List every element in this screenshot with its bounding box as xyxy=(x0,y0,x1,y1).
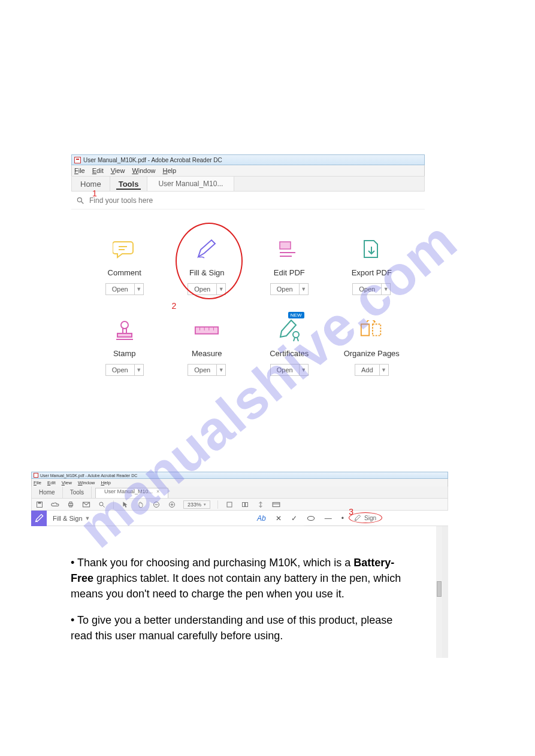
signature-icon xyxy=(353,515,362,522)
cursor-icon[interactable] xyxy=(121,500,129,509)
fit-width-icon[interactable] xyxy=(225,500,234,509)
svg-rect-35 xyxy=(246,502,248,506)
menu-view[interactable]: View xyxy=(62,480,72,485)
menu-help[interactable]: Help xyxy=(163,167,177,174)
open-button[interactable]: Open▼ xyxy=(270,283,309,295)
organize-pages-icon xyxy=(359,319,384,342)
x-mark-icon[interactable]: ✕ xyxy=(276,514,282,523)
svg-rect-11 xyxy=(195,327,218,333)
chevron-down-icon[interactable]: ▼ xyxy=(85,515,90,521)
check-mark-icon[interactable]: ✓ xyxy=(291,514,297,523)
scrollbar-thumb[interactable] xyxy=(437,581,442,597)
edit-pdf-icon xyxy=(277,238,302,261)
tool-measure[interactable]: Measure Open▼ xyxy=(166,308,249,389)
zoom-in-icon[interactable] xyxy=(168,500,176,509)
open-button[interactable]: Open▼ xyxy=(270,364,309,376)
close-tab-icon[interactable]: × xyxy=(156,488,159,494)
open-button[interactable]: Open▼ xyxy=(188,364,226,376)
svg-line-1 xyxy=(81,201,84,204)
open-button[interactable]: Open▼ xyxy=(105,364,144,376)
tab-document[interactable]: User Manual_M10... xyxy=(147,177,234,191)
export-pdf-icon xyxy=(359,238,384,261)
tool-export-pdf[interactable]: Export PDF Open▼ xyxy=(331,227,413,308)
zoom-out-icon[interactable] xyxy=(152,500,161,509)
svg-point-7 xyxy=(121,321,128,329)
tool-edit-pdf[interactable]: Edit PDF Open▼ xyxy=(248,227,331,308)
svg-rect-17 xyxy=(361,324,369,336)
svg-point-0 xyxy=(77,198,81,202)
pdf-icon xyxy=(74,157,81,163)
tab-row: Home Tools User Manual_M10... xyxy=(71,176,425,192)
document-content: • Thank you for choosing and purchasing … xyxy=(31,526,448,658)
circle-icon[interactable] xyxy=(307,515,315,521)
svg-rect-4 xyxy=(280,242,291,249)
tool-stamp[interactable]: Stamp Open▼ xyxy=(83,308,166,389)
tab-tools[interactable]: Tools xyxy=(110,177,148,191)
tools-search-input[interactable] xyxy=(89,196,420,205)
email-icon[interactable] xyxy=(82,500,90,509)
tab-home[interactable]: Home xyxy=(72,177,110,191)
tool-label: Fill & Sign xyxy=(189,268,225,277)
comment-icon xyxy=(112,238,137,261)
certificates-icon xyxy=(277,319,302,342)
fit-height-icon[interactable] xyxy=(256,500,265,509)
menu-edit[interactable]: Edit xyxy=(47,480,56,485)
vertical-scrollbar[interactable] xyxy=(436,526,442,658)
save-icon[interactable] xyxy=(35,500,44,509)
open-button[interactable]: Open▼ xyxy=(188,283,226,295)
separator xyxy=(217,500,218,509)
tab-tools[interactable]: Tools xyxy=(63,487,92,498)
tab-row: Home Tools User Manual_M10...× xyxy=(31,487,448,499)
annotation-number-1: 1 xyxy=(92,189,97,198)
add-button[interactable]: Add▼ xyxy=(355,364,389,376)
svg-rect-9 xyxy=(117,333,132,337)
tab-document[interactable]: User Manual_M10...× xyxy=(95,488,168,498)
menu-window[interactable]: Window xyxy=(78,480,95,485)
svg-point-16 xyxy=(293,332,299,338)
main-toolbar: 233% xyxy=(31,499,448,511)
svg-rect-21 xyxy=(38,502,41,503)
tool-comment[interactable]: Comment Open▼ xyxy=(83,227,166,308)
tool-certificates[interactable]: NEW Certificates Open▼ xyxy=(248,308,331,389)
open-button[interactable]: Open▼ xyxy=(352,283,391,295)
add-text-icon[interactable]: Ab xyxy=(257,514,266,523)
menu-bar: File Edit View Window Help xyxy=(31,479,448,487)
menu-file[interactable]: File xyxy=(34,480,41,485)
fit-page-icon[interactable] xyxy=(241,500,249,509)
menu-edit[interactable]: Edit xyxy=(92,167,104,174)
svg-rect-33 xyxy=(227,502,232,507)
tab-home[interactable]: Home xyxy=(32,487,63,498)
read-mode-icon[interactable] xyxy=(272,500,280,509)
line-icon[interactable]: — xyxy=(325,514,332,523)
tool-label: Edit PDF xyxy=(274,268,305,277)
window-titlebar: User Manual_M10K.pdf - Adobe Acrobat Rea… xyxy=(71,154,425,165)
separator xyxy=(113,500,114,509)
fill-sign-label: Fill & Sign xyxy=(53,515,83,522)
open-button[interactable]: Open▼ xyxy=(105,283,144,295)
tool-fill-sign[interactable]: Fill & Sign Open▼ 2 xyxy=(166,227,249,308)
zoom-level[interactable]: 233% xyxy=(183,500,210,509)
menu-file[interactable]: File xyxy=(74,167,85,174)
search-icon xyxy=(76,196,84,205)
tool-label: Stamp xyxy=(113,349,136,358)
tool-label: Measure xyxy=(192,349,222,358)
paragraph-1: • Thank you for choosing and purchasing … xyxy=(71,555,406,602)
print-icon[interactable] xyxy=(67,500,75,509)
sign-button[interactable]: Sign xyxy=(353,515,376,522)
window-title: User Manual_M10K.pdf - Adobe Acrobat Rea… xyxy=(40,473,137,478)
svg-rect-8 xyxy=(123,329,126,333)
tool-label: Organize Pages xyxy=(344,349,400,358)
search-icon[interactable] xyxy=(98,500,106,509)
menu-help[interactable]: Help xyxy=(101,480,110,485)
window-title: User Manual_M10K.pdf - Adobe Acrobat Rea… xyxy=(83,157,222,163)
hand-icon[interactable] xyxy=(137,500,145,509)
tool-organize-pages[interactable]: Organize Pages Add▼ xyxy=(331,308,413,389)
menu-window[interactable]: Window xyxy=(132,167,155,174)
cloud-icon[interactable] xyxy=(51,500,59,509)
fill-sign-tool-icons: Ab ✕ ✓ — • Sign xyxy=(257,514,376,523)
menu-view[interactable]: View xyxy=(111,167,125,174)
fill-sign-badge-icon xyxy=(31,511,47,526)
paragraph-2: • To give you a better understanding and… xyxy=(71,612,406,643)
new-badge: NEW xyxy=(288,312,304,318)
dot-icon[interactable]: • xyxy=(341,514,344,523)
